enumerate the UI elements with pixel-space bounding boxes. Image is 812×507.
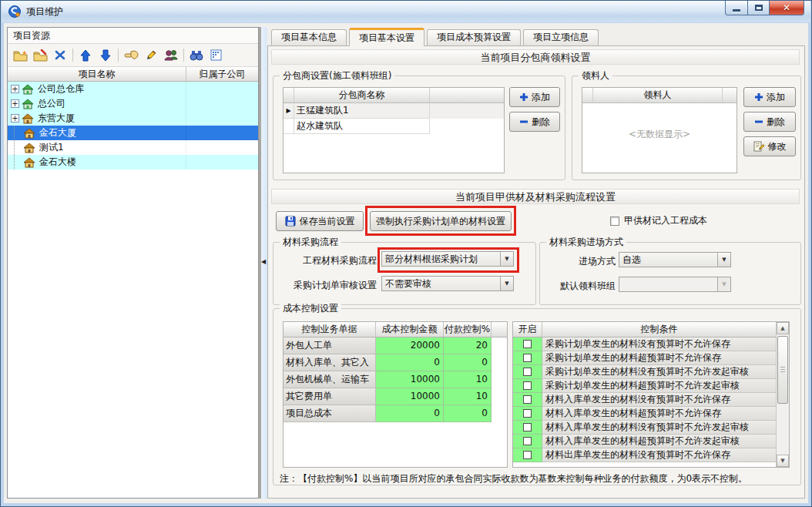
scroll-up-icon[interactable]: ▲ [777,322,789,334]
house-yellow-icon [22,113,35,124]
tab-1[interactable]: 项目基本信息 [271,29,347,45]
entry-mode-combobox[interactable]: 自选 ▼ [619,252,731,267]
no-data-text: <无数据显示> [582,128,737,141]
toolbar-add-folder-button[interactable]: ✦ [10,46,30,65]
scroll-down-icon[interactable]: ▼ [777,455,789,467]
column-condition[interactable]: 控制条件 [542,322,776,337]
tree-row[interactable]: +总公司 [8,96,258,111]
scrollbar-thumb[interactable] [777,336,788,404]
tree-row[interactable]: 金石大厦 [8,126,258,140]
table-row[interactable]: ▶王猛建筑队1 [284,103,504,119]
condition-enabled-cell [513,337,542,351]
force-purchase-plan-button[interactable]: 强制执行采购计划单的材料设置 [370,211,512,231]
picker-modify-button[interactable]: 修改 [743,136,796,156]
add-folder-icon: ✦ [13,49,28,62]
flow-field-label: 工程材料采购流程 [273,254,377,267]
tree-row[interactable]: +东营大厦 [8,111,258,126]
toolbar-users-button[interactable] [161,46,181,65]
condition-checkbox[interactable] [523,381,532,390]
condition-checkbox[interactable] [523,395,532,404]
chevron-down-icon[interactable]: ▼ [717,253,730,267]
tree-row[interactable]: 金石大楼 [8,155,258,170]
button-label: 删除 [532,116,550,129]
condition-text: 材料入库单发生的材料超预算时不允许发起审核 [542,435,776,448]
tab-2[interactable]: 项目基本设置 [349,28,424,46]
cost-amount-cell[interactable]: 0 [376,405,444,422]
condition-row: 材料入库单发生的材料超预算时不允许发起审核 [513,435,776,448]
payment-control-cell[interactable]: 0 [444,354,492,371]
assign-icon [124,49,139,61]
condition-checkbox[interactable] [523,340,532,348]
cost-table-row: 材料入库单、其它入00 [284,354,507,371]
combobox-value: 自选 [619,253,717,267]
toolbar-move-up-button[interactable] [75,46,96,65]
tab-4[interactable]: 项目立项信息 [523,29,599,45]
column-payment-control[interactable]: 付款控制% [444,322,492,337]
condition-checkbox[interactable] [523,437,532,445]
table-header: 开启 控制条件 [513,322,776,337]
vertical-scrollbar[interactable]: ▲ ▼ [776,322,789,467]
find-icon [190,49,203,61]
cost-amount-cell[interactable]: 10000 [376,371,444,388]
tree-row[interactable]: 测试1 [8,140,258,155]
section-title-picking: 当前项目分包商领料设置 [271,49,800,65]
owner-material-checkbox[interactable] [610,217,619,226]
toolbar-move-down-button[interactable] [96,46,116,65]
expand-toggle-icon[interactable]: + [11,114,19,123]
tree-connector [8,155,21,170]
subcontractor-add-button[interactable]: 添加 [509,87,560,107]
column-subcontractor-name[interactable]: 分包商名称 [294,88,430,102]
tree-column-subsidiary[interactable]: 归属子公司 [186,67,258,81]
minimize-button[interactable] [725,1,748,15]
toolbar-delete-button[interactable] [50,46,70,65]
combobox-value: 不需要审核 [382,277,500,290]
cost-amount-cell[interactable]: 10000 [376,388,444,405]
column-doc-type[interactable]: 控制业务单据 [284,322,376,337]
table-row[interactable]: 赵水建筑队 [284,119,504,134]
condition-checkbox[interactable] [523,451,532,459]
save-settings-button[interactable]: 保存当前设置 [276,211,364,231]
toolbar-columns-button[interactable] [206,46,226,65]
picker-buttons: 添加删除修改 [743,87,796,161]
picker-delete-button[interactable]: 删除 [743,112,796,132]
default-picking-team-combobox[interactable]: ▼ [619,277,731,292]
edit-folder-icon [33,49,48,62]
expand-toggle-icon[interactable]: + [11,85,19,93]
chevron-down-icon[interactable]: ▼ [500,252,513,266]
plan-audit-combobox[interactable]: 不需要审核 ▼ [381,276,514,291]
chevron-down-icon: ▼ [717,277,730,291]
condition-checkbox[interactable] [523,423,532,431]
maximize-button[interactable] [747,1,770,15]
entry-field-label: 进场方式 [548,255,616,268]
cost-amount-cell[interactable]: 20000 [376,337,444,354]
tab-3[interactable]: 项目成本预算设置 [427,29,521,45]
column-cost-amount[interactable]: 成本控制金额 [376,322,444,337]
column-picker-name[interactable]: 领料人 [593,88,723,102]
section-title-procurement: 当前项目甲供材及材料采购流程设置 [271,189,800,204]
toolbar-assign-button[interactable] [121,46,141,65]
tree-column-project-name[interactable]: 项目名称 [8,67,186,81]
payment-control-cell[interactable]: 10 [444,371,492,388]
payment-control-cell[interactable]: 0 [444,405,492,422]
panel-splitter[interactable]: ◀ [259,27,267,499]
column-enabled[interactable]: 开启 [513,322,542,337]
condition-checkbox[interactable] [523,368,532,376]
toolbar-rename-button[interactable] [141,46,161,65]
condition-checkbox[interactable] [523,354,532,362]
button-label: 添加 [767,91,785,104]
payment-control-cell[interactable]: 10 [444,388,492,405]
condition-enabled-cell [513,393,542,407]
tree-row[interactable]: +公司总仓库 [8,82,258,96]
chevron-down-icon[interactable]: ▼ [500,277,513,290]
toolbar-find-button[interactable] [186,46,206,65]
picker-add-button[interactable]: 添加 [743,87,796,107]
toolbar-edit-folder-button[interactable] [30,46,50,65]
subcontractor-delete-button[interactable]: 删除 [509,112,560,132]
tree-row-name-cell: 测试1 [8,140,186,155]
cost-amount-cell[interactable]: 0 [376,354,444,371]
payment-control-cell[interactable]: 20 [444,337,492,354]
material-flow-combobox[interactable]: 部分材料根据采购计划 ▼ [381,251,514,267]
close-button[interactable]: ✕ [769,1,804,15]
expand-toggle-icon[interactable]: + [11,99,19,108]
condition-checkbox[interactable] [523,409,532,418]
